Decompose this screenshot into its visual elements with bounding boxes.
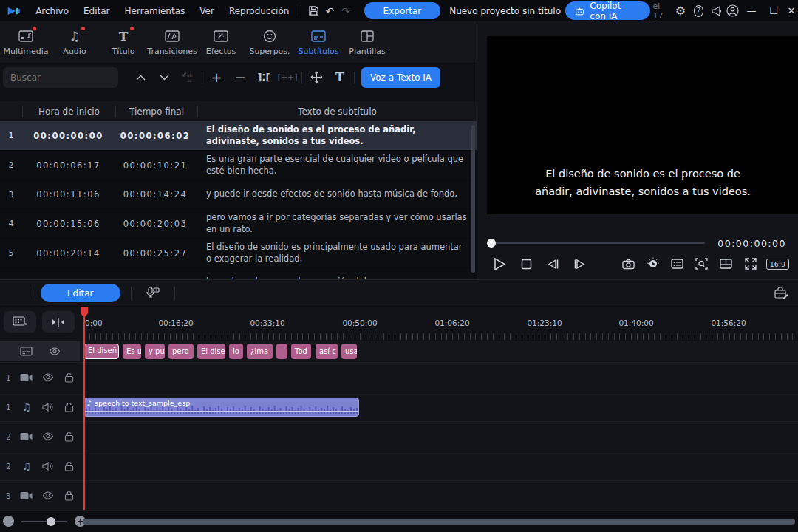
find-replace-icon[interactable]: abac bbox=[176, 67, 200, 88]
menu-editar[interactable]: Editar bbox=[76, 0, 117, 22]
header-start-time[interactable]: Hora de inicio bbox=[23, 106, 115, 117]
tab-multimedia[interactable]: Multimedia bbox=[1, 29, 50, 56]
speaker-icon[interactable] bbox=[37, 462, 58, 471]
tab-superposiciones[interactable]: Superpos. bbox=[245, 29, 294, 56]
eye-icon[interactable] bbox=[37, 432, 58, 440]
save-icon[interactable] bbox=[306, 1, 321, 21]
subtitle-segment[interactable]: lo bbox=[229, 344, 243, 359]
snap-toggle-button[interactable] bbox=[42, 311, 75, 332]
scrub-track[interactable] bbox=[491, 242, 705, 244]
maximize-button[interactable]: ☐ bbox=[763, 0, 785, 22]
subtitle-segment[interactable] bbox=[276, 344, 287, 359]
speaker-icon[interactable] bbox=[37, 403, 58, 412]
subtitle-row[interactable]: 5 00:00:20:14 00:00:25:27 El diseño de s… bbox=[0, 239, 477, 268]
subtitle-segment[interactable]: así c bbox=[316, 344, 338, 359]
remove-subtitle-icon[interactable]: − bbox=[228, 67, 252, 88]
account-icon[interactable] bbox=[725, 1, 740, 21]
eye-icon[interactable] bbox=[37, 491, 58, 499]
tab-plantillas[interactable]: Plantillas bbox=[343, 29, 392, 56]
zoom-out-button[interactable]: − bbox=[3, 516, 14, 527]
timeline-ruler[interactable]: 0:00 00:16:20 00:33:10 00:50:00 01:06:20… bbox=[81, 307, 798, 341]
tab-transiciones[interactable]: Transiciones bbox=[148, 29, 197, 56]
minimize-button[interactable]: — bbox=[740, 0, 763, 22]
menu-ver[interactable]: Ver bbox=[192, 0, 222, 22]
snapshot-camera-icon[interactable] bbox=[620, 255, 638, 273]
marker-list-icon[interactable] bbox=[669, 255, 686, 273]
menu-reproduccion[interactable]: Reproducción bbox=[222, 0, 297, 22]
subtitle-row[interactable]: 3 00:00:11:06 00:00:14:24 y puede ir des… bbox=[0, 180, 477, 209]
chevron-down-icon[interactable] bbox=[152, 67, 176, 88]
search-input[interactable] bbox=[3, 72, 99, 83]
search-box[interactable] bbox=[3, 67, 118, 88]
subtitle-row[interactable]: 4 00:00:15:06 00:00:20:03 pero vamos a i… bbox=[0, 209, 477, 239]
settings-gear-icon[interactable]: ⚙ bbox=[672, 1, 688, 21]
add-subtitle-track-button[interactable] bbox=[4, 311, 36, 332]
tab-audio[interactable]: ♫ Audio bbox=[50, 29, 99, 56]
render-preview-icon[interactable] bbox=[644, 255, 662, 273]
zoom-slider-knob[interactable] bbox=[47, 517, 55, 526]
play-button[interactable] bbox=[491, 255, 508, 273]
close-button[interactable]: ✕ bbox=[785, 0, 798, 22]
text-style-icon[interactable]: T bbox=[328, 67, 352, 88]
menu-archivo[interactable]: Archivo bbox=[28, 0, 76, 22]
subtitle-segment[interactable]: Es u bbox=[123, 344, 141, 359]
timeline-horizontal-scrollbar[interactable] bbox=[83, 519, 795, 525]
lock-icon[interactable] bbox=[58, 491, 80, 501]
menu-herramientas[interactable]: Herramientas bbox=[117, 0, 193, 22]
subtitle-row[interactable]: 1 00:00:00:00 00:00:06:02 El diseño de s… bbox=[0, 121, 477, 151]
lock-icon[interactable] bbox=[58, 432, 80, 442]
subtitle-segment[interactable]: Tod bbox=[291, 344, 311, 359]
playhead-line[interactable] bbox=[83, 307, 85, 510]
undo-icon[interactable]: ↶ bbox=[322, 1, 338, 21]
voice-to-text-button[interactable]: Voz a Texto IA bbox=[361, 67, 440, 88]
subtitle-segment[interactable]: usa bbox=[341, 344, 357, 359]
subtitle-row[interactable]: 2 00:00:06:17 00:00:10:21 Es una gran pa… bbox=[0, 151, 477, 180]
copilot-button[interactable]: Copilot con IA bbox=[565, 1, 650, 20]
move-icon[interactable] bbox=[304, 67, 328, 88]
audio-clip[interactable]: ♪ speech to text_sample_esp bbox=[83, 398, 359, 417]
chevron-up-icon[interactable] bbox=[129, 67, 152, 88]
header-end-time[interactable]: Tiempo final bbox=[116, 106, 197, 117]
track-audio-1[interactable]: 1 ♫ ♪ speech to text_sample_esp bbox=[0, 392, 798, 421]
subtitle-track[interactable]: El diseñ Es u y pu pero El dise lo ¿Ima … bbox=[0, 341, 798, 361]
subtitle-segment[interactable]: El dise bbox=[197, 344, 225, 359]
help-icon[interactable]: ? bbox=[694, 5, 704, 17]
lock-icon[interactable] bbox=[58, 461, 80, 471]
track-video-2[interactable]: 2 bbox=[0, 421, 798, 451]
previous-frame-button[interactable] bbox=[544, 255, 562, 273]
subtitle-segment[interactable]: pero bbox=[168, 344, 194, 359]
stop-button[interactable] bbox=[517, 255, 535, 273]
tab-subtitulos[interactable]: Subtítulos bbox=[294, 29, 343, 56]
header-subtitle-text[interactable]: Texto de subtítulo bbox=[198, 106, 477, 117]
split-subtitle-icon[interactable]: ]⁚[ bbox=[252, 67, 276, 88]
toolbox-icon[interactable] bbox=[770, 284, 792, 303]
tab-titulo[interactable]: T Título bbox=[99, 29, 148, 56]
aspect-ratio-button[interactable]: 16:9 bbox=[766, 259, 789, 270]
eye-icon[interactable] bbox=[37, 373, 58, 381]
announcement-megaphone-icon[interactable] bbox=[709, 1, 724, 21]
track-video-3[interactable]: 3 bbox=[0, 480, 798, 510]
eye-icon[interactable] bbox=[49, 347, 61, 355]
track-audio-2[interactable]: 2 ♫ bbox=[0, 451, 798, 480]
lock-icon[interactable] bbox=[58, 402, 80, 412]
fullscreen-icon[interactable] bbox=[742, 255, 760, 273]
edit-button[interactable]: Editar bbox=[41, 284, 120, 302]
lock-icon[interactable] bbox=[58, 372, 80, 383]
add-subtitle-icon[interactable]: + bbox=[205, 67, 228, 88]
subtitle-segment[interactable]: y pu bbox=[145, 344, 165, 359]
redo-icon[interactable]: ↷ bbox=[338, 1, 353, 21]
subtitle-segment[interactable]: El diseñ bbox=[83, 344, 119, 359]
subtitle-row[interactable]: lo cual ayuda a crear la sensación del bbox=[0, 268, 477, 279]
timeline-zoom-slider[interactable] bbox=[21, 521, 67, 522]
subtitle-segment[interactable]: ¿Ima bbox=[247, 344, 273, 359]
track-video-1[interactable]: 1 bbox=[0, 362, 798, 392]
table-scrollbar[interactable] bbox=[471, 125, 475, 273]
split-screen-icon[interactable] bbox=[717, 255, 735, 273]
scrub-knob[interactable] bbox=[487, 239, 496, 248]
export-button[interactable]: Exportar bbox=[364, 2, 441, 19]
tab-efectos[interactable]: Efectos bbox=[197, 29, 245, 56]
merge-subtitle-icon[interactable]: [++] bbox=[276, 67, 299, 88]
preview-zoom-icon[interactable] bbox=[693, 255, 711, 273]
speech-to-text-icon[interactable]: T bbox=[142, 284, 164, 303]
video-preview[interactable]: El diseño de sonido es el proceso de aña… bbox=[487, 36, 798, 214]
